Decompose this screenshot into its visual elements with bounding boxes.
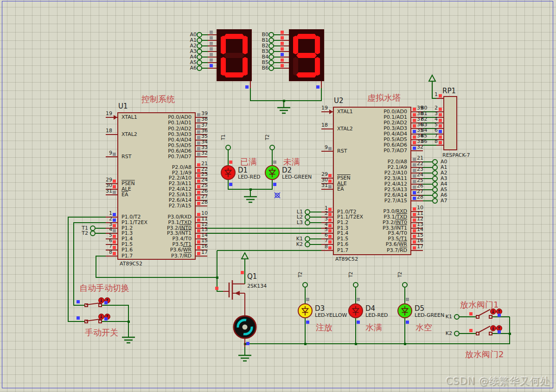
switch-lever	[478, 326, 490, 333]
wire-layer	[0, 0, 556, 392]
watermark: CSDN @续繁华又何处	[446, 375, 550, 388]
power-arrow-icons	[242, 75, 435, 259]
switch-lever	[86, 319, 100, 321]
component-leads	[85, 81, 492, 347]
origin-marker-icon	[275, 193, 280, 198]
ground-symbols	[122, 108, 290, 361]
schematic-canvas: U1AT89C5219XTAL118XTAL29RST29PSEN30ALE31…	[0, 0, 556, 392]
mosfet-arrow-icon	[235, 291, 240, 296]
switch-lever	[86, 303, 100, 305]
switch-lever	[478, 309, 490, 316]
wires-green	[68, 81, 510, 355]
